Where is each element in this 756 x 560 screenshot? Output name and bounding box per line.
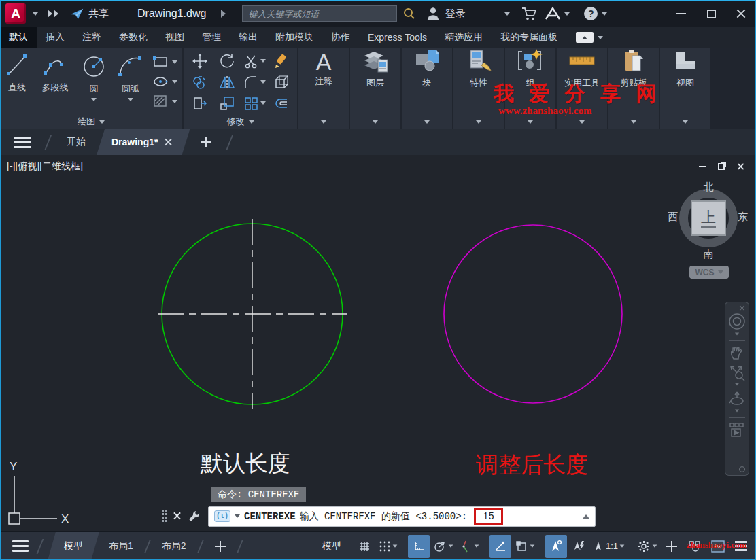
osnap-toggle[interactable]	[513, 535, 537, 558]
panel-properties-footer[interactable]	[453, 114, 504, 129]
erase-tool[interactable]	[273, 53, 290, 69]
mirror-tool[interactable]	[219, 74, 235, 90]
add-status-button[interactable]	[661, 535, 683, 558]
minimize-button[interactable]	[666, 2, 696, 25]
annotate-button[interactable]: A 注释	[298, 48, 349, 114]
view-button[interactable]: 视图	[660, 48, 710, 114]
circle-tool[interactable]: 圆	[76, 48, 111, 114]
isodraft-toggle[interactable]	[457, 535, 481, 558]
trim-caret-icon[interactable]	[260, 59, 266, 63]
isodraft-caret-icon[interactable]	[475, 544, 479, 547]
navigation-wheel-icon[interactable]	[727, 312, 746, 331]
new-tab-button[interactable]	[190, 129, 222, 155]
layout1-tab[interactable]: 布局1	[99, 532, 143, 560]
autodesk-logo-icon[interactable]	[544, 6, 562, 21]
layout2-tab[interactable]: 布局2	[152, 532, 196, 560]
search-icon[interactable]	[402, 7, 416, 20]
view-cube[interactable]: 北 南 西 东 上 WCS	[668, 181, 749, 283]
ribbon-tab-parametric[interactable]: 参数化	[110, 27, 156, 48]
help-caret-icon[interactable]	[602, 12, 607, 16]
zoom-caret-icon[interactable]	[735, 383, 739, 386]
ribbon-tab-annotate[interactable]: 注释	[73, 27, 110, 48]
orbit-icon[interactable]	[728, 390, 746, 408]
hatch-caret-icon[interactable]	[172, 100, 177, 103]
wcs-menu[interactable]: WCS	[689, 266, 729, 279]
ellipse-tool[interactable]	[152, 73, 177, 90]
command-value[interactable]: 15	[474, 508, 503, 525]
ribbon-tab-featured-apps[interactable]: 精选应用	[436, 27, 492, 48]
block-button[interactable]: 块	[402, 48, 452, 114]
polyline-tool[interactable]: 多段线	[34, 48, 76, 114]
navbar-customize-icon[interactable]	[739, 466, 745, 472]
user-icon[interactable]	[426, 6, 441, 21]
ribbon-tab-view[interactable]: 视图	[156, 27, 193, 48]
stretch-tool[interactable]	[192, 95, 208, 111]
model-tab[interactable]: 模型	[48, 532, 99, 560]
viewport-close-icon[interactable]	[736, 162, 745, 171]
annotation-visibility-toggle[interactable]	[545, 535, 567, 558]
ribbon-tab-addins[interactable]: 附加模块	[267, 27, 322, 48]
fillet-tool[interactable]	[243, 75, 266, 90]
close-button[interactable]	[726, 2, 756, 25]
annotation-autoscale-toggle[interactable]	[568, 535, 590, 558]
layout-menu-icon[interactable]	[12, 540, 29, 552]
panel-annotation-footer[interactable]	[298, 114, 349, 129]
app-menu-button[interactable]: A	[5, 3, 26, 24]
panel-view-footer[interactable]	[660, 114, 710, 129]
view-cube-west[interactable]: 西	[668, 211, 678, 224]
array-tool[interactable]	[243, 96, 266, 111]
trim-tool[interactable]	[243, 54, 266, 69]
ribbon-tab-output[interactable]: 输出	[230, 27, 267, 48]
share-icon[interactable]	[69, 6, 84, 21]
arc-tool[interactable]: 圆弧	[111, 48, 150, 114]
command-badge-icon[interactable]: (ι)	[214, 510, 230, 522]
grid-toggle[interactable]	[354, 535, 375, 558]
new-layout-button[interactable]	[205, 532, 235, 560]
explode-tool[interactable]	[273, 74, 290, 90]
command-drag-handle[interactable]	[162, 510, 168, 523]
snap-caret-icon[interactable]	[393, 544, 398, 547]
panel-modify-footer[interactable]: 修改	[184, 114, 297, 129]
ribbon-collapse-button[interactable]	[576, 27, 603, 48]
file-tab-drawing1[interactable]: Drawing1*	[97, 129, 190, 155]
view-cube-south[interactable]: 南	[668, 248, 749, 261]
fillet-caret-icon[interactable]	[260, 80, 266, 84]
signin-label[interactable]: 登录	[445, 7, 465, 20]
app-menu-caret-icon[interactable]	[33, 12, 38, 16]
ribbon-tab-home[interactable]: 默认	[0, 27, 37, 48]
command-expand-caret-icon[interactable]	[583, 514, 589, 519]
circle-dropdown-caret-icon[interactable]	[91, 98, 97, 101]
rectangle-caret-icon[interactable]	[172, 60, 177, 64]
search-input[interactable]	[242, 5, 397, 22]
navbar-close-icon[interactable]	[740, 306, 745, 311]
offset-tool[interactable]	[273, 95, 290, 111]
rectangle-tool[interactable]	[152, 53, 177, 71]
drawing-viewport[interactable]: [-][俯视][二维线框] Y X 默认长度 调整后长度	[0, 155, 756, 531]
otrack-toggle[interactable]	[489, 535, 511, 558]
copy-tool[interactable]	[192, 74, 208, 90]
navigation-bar[interactable]	[725, 302, 749, 476]
close-tab-icon[interactable]	[165, 139, 172, 146]
osnap-caret-icon[interactable]	[530, 544, 535, 547]
cart-icon[interactable]	[521, 6, 537, 21]
zoom-extents-icon[interactable]	[728, 364, 746, 381]
signin-caret-icon[interactable]	[504, 12, 510, 16]
polar-toggle[interactable]	[431, 535, 456, 558]
polar-caret-icon[interactable]	[449, 544, 453, 547]
orbit-caret-icon[interactable]	[735, 410, 739, 413]
panel-block-footer[interactable]	[402, 114, 452, 129]
array-caret-icon[interactable]	[260, 101, 266, 105]
view-cube-east[interactable]: 东	[738, 211, 748, 224]
command-input-bar[interactable]: (ι) CENTEREXE 输入 CENTEREXE 的新值 <3.5000>:…	[208, 506, 596, 527]
panel-layers-footer[interactable]	[350, 114, 400, 129]
view-cube-top-face[interactable]: 上	[691, 200, 726, 236]
view-cube-north[interactable]: 北	[668, 181, 749, 194]
customization-gear-button[interactable]	[635, 535, 659, 558]
autodesk-caret-icon[interactable]	[564, 12, 570, 16]
file-tabs-menu-icon[interactable]	[14, 137, 31, 148]
model-space-button[interactable]: 模型	[317, 540, 347, 553]
annotation-scale-button[interactable]: 1:1	[591, 535, 627, 558]
scale-tool[interactable]	[219, 95, 235, 111]
gear-caret-icon[interactable]	[653, 544, 657, 547]
help-icon[interactable]: ?	[584, 7, 598, 20]
